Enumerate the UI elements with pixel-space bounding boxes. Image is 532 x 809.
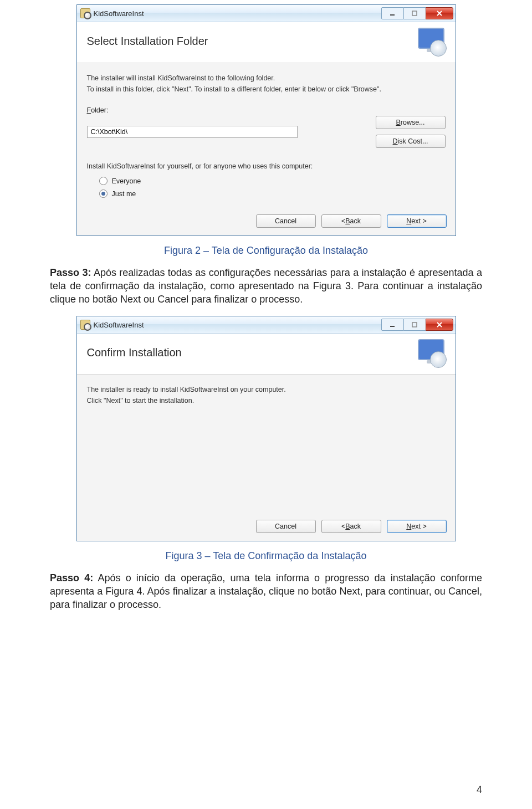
step-3-text: Após realizadas todas as configurações n… (50, 267, 482, 305)
title-bar[interactable]: KidSoftwareInst (77, 5, 456, 22)
window-title: KidSoftwareInst (94, 9, 378, 18)
minimize-button[interactable] (381, 7, 404, 19)
svg-rect-0 (390, 14, 395, 16)
dialog-footer: Cancel < Back Next > (77, 208, 456, 235)
back-button[interactable]: < Back (321, 214, 381, 228)
radio-just-me[interactable]: Just me (99, 190, 446, 198)
maximize-icon (412, 322, 417, 327)
desc-line-1: The installer will install KidSoftwareIn… (87, 74, 446, 82)
body-spacer (87, 408, 446, 508)
maximize-button[interactable] (404, 319, 426, 331)
step-4-label: Passo 4: (50, 572, 93, 583)
radio-label: Everyone (112, 177, 141, 185)
computer-disc-icon (415, 28, 446, 55)
cancel-button[interactable]: Cancel (256, 520, 316, 533)
radio-icon (99, 190, 108, 198)
close-button[interactable] (426, 319, 453, 331)
dialog-header: Confirm Installation (77, 334, 456, 375)
dialog-body: The installer will install KidSoftwareIn… (77, 63, 456, 208)
svg-rect-3 (412, 322, 417, 327)
installer-icon (80, 8, 90, 18)
side-buttons: Browse... Disk Cost... (376, 116, 446, 148)
document-page: KidSoftwareInst Select Installation Fold… (0, 4, 532, 809)
dialog-headline: Confirm Installation (87, 346, 182, 359)
window-controls (381, 7, 453, 19)
dialog-body: The installer is ready to install KidSof… (77, 375, 456, 513)
close-icon (436, 322, 443, 327)
radio-label: Just me (112, 190, 136, 198)
dialog-headline: Select Installation Folder (87, 35, 208, 48)
installer-icon (80, 320, 90, 330)
cancel-button[interactable]: Cancel (256, 214, 316, 228)
folder-input[interactable] (87, 126, 298, 138)
install-for-section: Install KidSoftwareInst for yourself, or… (87, 162, 446, 198)
disk-cost-button[interactable]: Disk Cost... (376, 135, 446, 148)
folder-row: Browse... Disk Cost... (87, 116, 446, 148)
dialog-header: Select Installation Folder (77, 22, 456, 63)
installer-dialog-confirm: KidSoftwareInst Confirm Installation The… (76, 316, 456, 541)
folder-label: Folder: (87, 106, 446, 114)
figure-caption-2: Figura 2 – Tela de Configuração da Insta… (50, 245, 482, 257)
desc-line-1: The installer is ready to install KidSof… (87, 386, 446, 393)
folder-section: Folder: Browse... Disk Cost... (87, 106, 446, 148)
step-4-text: Após o início da operação, uma tela info… (50, 572, 482, 610)
page-number: 4 (477, 784, 482, 796)
figure-caption-3: Figura 3 – Tela de Confirmação da Instal… (50, 550, 482, 562)
svg-rect-1 (412, 11, 417, 16)
install-for-label: Install KidSoftwareInst for yourself, or… (87, 162, 446, 170)
close-button[interactable] (426, 7, 453, 19)
radio-icon (99, 177, 108, 185)
window-controls (381, 319, 453, 331)
minimize-icon (390, 11, 395, 16)
back-button[interactable]: < Back (321, 520, 381, 533)
minimize-button[interactable] (381, 319, 404, 331)
radio-group: Everyone Just me (99, 177, 446, 198)
title-bar[interactable]: KidSoftwareInst (77, 316, 456, 334)
browse-button[interactable]: Browse... (376, 116, 446, 129)
close-icon (436, 11, 443, 16)
desc-line-2: Click "Next" to start the installation. (87, 397, 446, 404)
maximize-button[interactable] (404, 7, 426, 19)
minimize-icon (390, 322, 395, 327)
step-4-paragraph: Passo 4: Após o início da operação, uma … (50, 572, 482, 611)
step-3-label: Passo 3: (50, 267, 91, 278)
next-button[interactable]: Next > (387, 214, 447, 228)
svg-rect-2 (390, 326, 395, 327)
radio-everyone[interactable]: Everyone (99, 177, 446, 185)
window-title: KidSoftwareInst (94, 321, 378, 329)
maximize-icon (412, 11, 417, 16)
installer-dialog-select-folder: KidSoftwareInst Select Installation Fold… (76, 4, 456, 236)
step-3-paragraph: Passo 3: Após realizadas todas as config… (50, 267, 482, 306)
desc-line-2: To install in this folder, click "Next".… (87, 85, 446, 93)
computer-disc-icon (415, 339, 446, 367)
next-button[interactable]: Next > (387, 520, 447, 533)
dialog-footer: Cancel < Back Next > (77, 513, 456, 541)
